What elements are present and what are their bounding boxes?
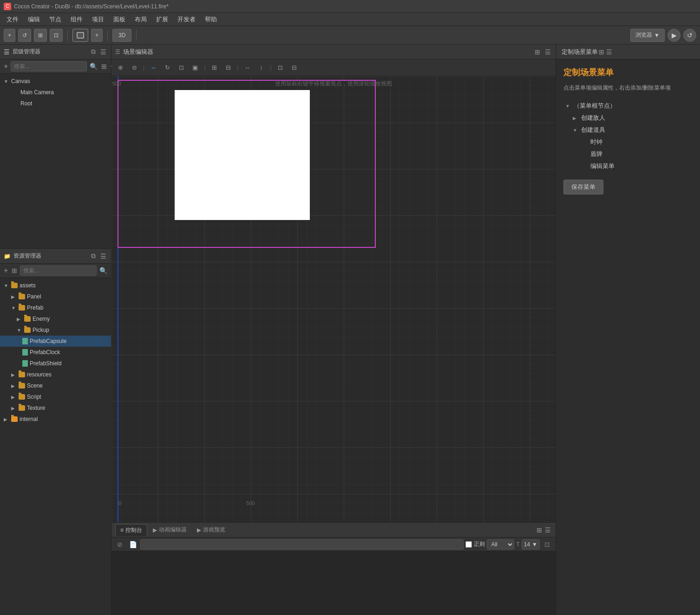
menu-node[interactable]: 节点 <box>45 13 66 26</box>
assets-arrow[interactable]: ▼ <box>4 283 9 288</box>
asset-item-prefabcapsule[interactable]: PrefabCapsule <box>0 336 111 347</box>
texture-arrow[interactable]: ▶ <box>11 406 17 411</box>
hierarchy-menu-btn[interactable]: ☰ <box>99 47 107 57</box>
grid-btn[interactable]: ⊞ <box>208 62 220 74</box>
menu-file[interactable]: 文件 <box>2 13 23 26</box>
asset-item-internal[interactable]: ▶ internal <box>0 414 111 425</box>
reload-button[interactable]: ↺ <box>683 29 696 42</box>
asset-search-icon[interactable]: 🔍 <box>98 266 108 275</box>
asset-item-texture[interactable]: ▶ Texture <box>0 402 111 414</box>
menu-panel[interactable]: 面板 <box>109 13 130 26</box>
console-filter-input[interactable] <box>140 539 464 550</box>
add-node-btn[interactable]: + <box>4 29 15 42</box>
tab-console[interactable]: ≡ 控制台 <box>115 524 147 536</box>
asset-item-scene[interactable]: ▶ Scene <box>0 380 111 391</box>
console-fontsize-control[interactable]: 14 ▼ <box>522 539 540 550</box>
scene-2d-btn[interactable] <box>72 29 88 42</box>
menu-tree-shield[interactable]: 盾牌 <box>563 148 693 160</box>
console-clear-btn[interactable]: ⊘ <box>114 539 125 550</box>
hierarchy-expand-icon[interactable]: ⊞ <box>100 62 108 71</box>
zoom-in-btn[interactable]: ⊕ <box>114 62 126 74</box>
scene-mode-btn[interactable]: + <box>91 29 103 42</box>
enemy-arrow[interactable]: ▶ <box>17 317 22 322</box>
hierarchy-copy-btn[interactable]: ⧉ <box>90 47 97 57</box>
move-tool-btn[interactable]: ↔ <box>147 62 159 74</box>
scene-canvas-area[interactable]: 使用鼠标右键平移视窗焦点，使用滚轮缩放视图 <box>111 76 556 522</box>
internal-arrow[interactable]: ▶ <box>4 417 9 422</box>
console-expand-btn[interactable]: ⊞ <box>536 525 543 535</box>
menu-tree-prop[interactable]: ▼ 创建道具 <box>563 124 693 136</box>
resources-arrow[interactable]: ▶ <box>11 372 17 377</box>
panel-arrow[interactable]: ▶ <box>11 294 17 299</box>
asset-search-input[interactable] <box>20 265 97 276</box>
right-menu-btn[interactable]: ☰ <box>605 47 613 57</box>
script-arrow[interactable]: ▶ <box>11 395 17 400</box>
rotate-tool-btn[interactable]: ↻ <box>161 62 173 74</box>
asset-copy-btn[interactable]: ⧉ <box>90 251 97 261</box>
save-menu-button[interactable]: 保存菜单 <box>563 180 603 194</box>
expand-btn[interactable]: ⊞ <box>34 29 47 42</box>
fit-btn[interactable]: ⊡ <box>50 29 63 42</box>
hierarchy-tree: ▼ Canvas Main Camera Root <box>0 74 111 248</box>
asset-item-pickup[interactable]: ▼ Pickup <box>0 324 111 336</box>
console-panel: ≡ 控制台 ▶ 动画编辑器 ▶ 游戏预览 ⊞ ☰ ⊘ 📄 <box>111 522 556 615</box>
asset-item-prefabclock[interactable]: PrefabClock <box>0 347 111 358</box>
menu-developer[interactable]: 开发者 <box>173 13 200 26</box>
menu-edit[interactable]: 编辑 <box>23 13 45 26</box>
menu-tree-edit[interactable]: 编辑菜单 <box>563 160 693 172</box>
align-v-btn[interactable]: ↕ <box>255 62 267 74</box>
tab-game-preview[interactable]: ▶ 游戏预览 <box>192 524 230 536</box>
asset-item-enemy[interactable]: ▶ Enemy <box>0 313 111 324</box>
console-menu-btn[interactable]: ☰ <box>544 525 552 535</box>
menu-project[interactable]: 项目 <box>87 13 109 26</box>
tree-item-root[interactable]: Root <box>0 98 111 109</box>
tab-animation[interactable]: ▶ 动画编辑器 <box>148 524 191 536</box>
asset-item-prefabshield[interactable]: PrefabShield <box>0 358 111 369</box>
fit-view-btn[interactable]: ⊡ <box>275 62 287 74</box>
zoom-out-btn[interactable]: ⊖ <box>128 62 140 74</box>
pickup-folder-icon <box>24 327 31 333</box>
center-btn[interactable]: ⊟ <box>288 62 301 74</box>
canvas-arrow[interactable]: ▼ <box>4 79 9 84</box>
asset-add-btn[interactable]: + <box>3 265 9 276</box>
menu-tree-enemy[interactable]: ▶ 创建敌人 <box>563 112 693 124</box>
scene-arrow[interactable]: ▶ <box>11 383 17 388</box>
3d-toggle-btn[interactable]: 3D <box>112 29 131 42</box>
menu-tree-clock[interactable]: 时钟 <box>563 136 693 148</box>
align-h-btn[interactable]: ↔ <box>241 62 253 74</box>
console-level-select[interactable]: All Error Warn Log <box>487 539 514 550</box>
scene-menu-btn[interactable]: ☰ <box>544 47 552 57</box>
console-fullscreen-btn[interactable]: ⊡ <box>542 539 553 550</box>
root-label: Root <box>20 100 32 107</box>
tree-item-canvas[interactable]: ▼ Canvas <box>0 76 111 87</box>
rect-tool-btn[interactable]: ▣ <box>189 62 201 74</box>
pickup-arrow[interactable]: ▼ <box>17 328 22 333</box>
console-file-btn[interactable]: 📄 <box>127 539 138 550</box>
tree-item-main-camera[interactable]: Main Camera <box>0 87 111 98</box>
hierarchy-add-btn[interactable]: + <box>3 61 9 71</box>
right-expand-btn[interactable]: ⊞ <box>598 47 605 57</box>
hierarchy-search-input[interactable] <box>11 61 87 71</box>
hierarchy-search-icon[interactable]: 🔍 <box>89 62 98 71</box>
refresh-btn[interactable]: ↺ <box>18 29 31 42</box>
asset-item-script[interactable]: ▶ Script <box>0 391 111 402</box>
asset-item-prefab[interactable]: ▼ Prefab <box>0 302 111 313</box>
asset-item-assets[interactable]: ▼ assets <box>0 280 111 291</box>
asset-item-resources[interactable]: ▶ resources <box>0 369 111 380</box>
scale-tool-btn[interactable]: ⊡ <box>175 62 187 74</box>
scene-expand-btn[interactable]: ⊞ <box>534 47 541 57</box>
custom-menu-title: 定制场景菜单 <box>563 67 693 78</box>
menu-layout[interactable]: 布局 <box>130 13 151 26</box>
asset-sort-btn[interactable]: ⊞ <box>11 266 18 275</box>
menu-extend[interactable]: 扩展 <box>151 13 173 26</box>
play-button[interactable]: ▶ <box>667 29 680 42</box>
menu-component[interactable]: 组件 <box>66 13 87 26</box>
asset-menu-btn[interactable]: ☰ <box>99 252 107 261</box>
console-regex-checkbox[interactable] <box>465 541 472 548</box>
snap-btn[interactable]: ⊟ <box>222 62 234 74</box>
menu-tree-root[interactable]: ▼ （菜单根节点） <box>563 100 693 112</box>
asset-item-panel[interactable]: ▶ Panel <box>0 291 111 302</box>
browser-dropdown[interactable]: 浏览器 ▼ <box>630 29 665 42</box>
prefab-arrow[interactable]: ▼ <box>11 305 17 311</box>
menu-help[interactable]: 帮助 <box>200 13 222 26</box>
